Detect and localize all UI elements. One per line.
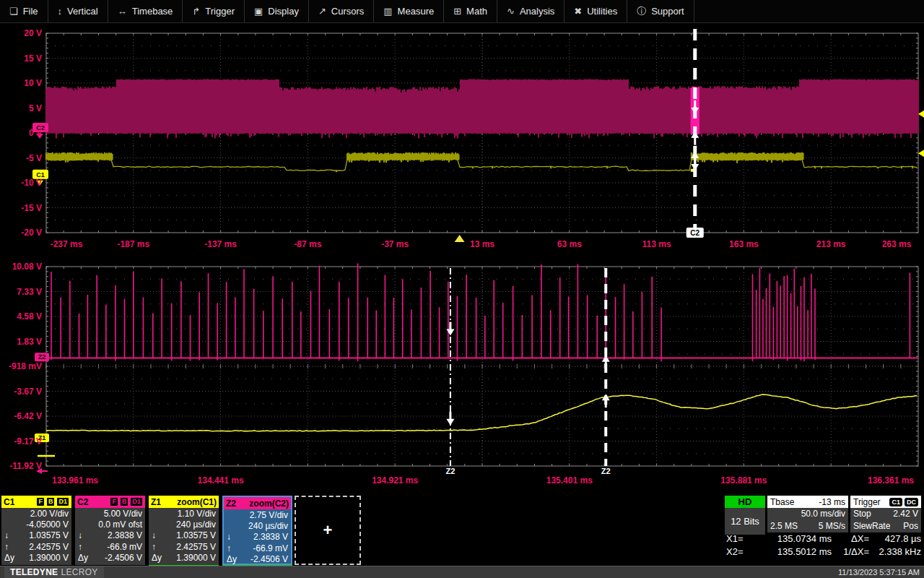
trace-name: C1 bbox=[4, 497, 14, 507]
hd-mode-box[interactable]: HD 12 Bits bbox=[725, 496, 765, 535]
row-symbol: ↑ bbox=[227, 543, 238, 553]
row-value: -66.9 mV bbox=[238, 543, 288, 553]
main-xtick: -187 ms bbox=[101, 239, 166, 249]
zoom-ytick: -6.42 V bbox=[0, 411, 42, 421]
row-value: 1.03575 V bbox=[16, 530, 69, 540]
zoom-xtick: 136.361 ms bbox=[858, 475, 923, 486]
main-xtick: -137 ms bbox=[188, 239, 253, 249]
row-value: 2.3838 V bbox=[238, 532, 288, 542]
main-ytick: -15 V bbox=[0, 203, 42, 213]
trigger-mode: Stop bbox=[853, 508, 871, 520]
zoom-source: zoom(C2) bbox=[249, 499, 289, 509]
row-symbol: ↓ bbox=[4, 530, 16, 540]
trace-name: Z1 bbox=[151, 497, 161, 507]
trigger-label: Trigger bbox=[853, 497, 881, 507]
trigger-box[interactable]: Trigger C1 DC Stop 2.42 V SlewRate Pos bbox=[850, 496, 921, 532]
zoom-ytick: 10.08 V bbox=[0, 262, 42, 272]
main-ytick: 10 V bbox=[0, 78, 42, 88]
row-value: 2.42575 V bbox=[16, 542, 69, 552]
main-xtick: 63 ms bbox=[537, 239, 602, 249]
status-bar: TELEDYNE LECROY 11/13/2023 5:37:15 AM bbox=[0, 566, 924, 578]
z2-waveform bbox=[46, 263, 918, 361]
zoom-ytick: -918 mV bbox=[0, 361, 42, 371]
trace-level-arrow[interactable] bbox=[918, 150, 924, 157]
invdx-label: 1/ΔX= bbox=[832, 545, 869, 558]
main-ytick: -10 V bbox=[0, 178, 42, 188]
row-value: 2.00 V/div bbox=[16, 509, 69, 519]
brand-logo: TELEDYNE LECROY bbox=[4, 566, 104, 578]
oscilloscope-screen: ❏File↕Vertical↔Timebase↱Trigger▣Display↗… bbox=[0, 0, 924, 578]
row-symbol: Δy bbox=[78, 553, 90, 563]
main-ytick: -20 V bbox=[0, 228, 42, 238]
tbase-label: Tbase bbox=[770, 497, 794, 507]
tbase-memory: 2.5 MS bbox=[770, 520, 798, 532]
x1-cursor[interactable]: Z2 bbox=[445, 268, 455, 475]
zoom-xtick: 135.401 ms bbox=[537, 475, 602, 486]
trace-level-arrow[interactable] bbox=[918, 111, 924, 118]
tbase-delay: -13 ms bbox=[819, 497, 845, 507]
invdx-value: 2.338 kHz bbox=[869, 545, 921, 558]
x1-label: X1= bbox=[726, 532, 752, 545]
main-xtick: -87 ms bbox=[275, 239, 340, 249]
descriptor-c1[interactable]: C1FBD12.00 V/div-4.05000 V↓1.03575 V↑2.4… bbox=[1, 496, 71, 565]
add-trace-box[interactable]: + bbox=[295, 496, 361, 565]
hd-bits: 12 Bits bbox=[725, 508, 765, 535]
row-value: 0.0 mV ofst bbox=[90, 519, 142, 530]
main-xtick: 113 ms bbox=[624, 239, 689, 249]
row-value: 1.39000 V bbox=[16, 553, 69, 563]
main-xtick: 13 ms bbox=[450, 239, 515, 249]
zoom-ytick: -3.67 V bbox=[0, 387, 42, 397]
row-symbol: ↓ bbox=[227, 532, 238, 542]
tbase-scale: 50.0 ms/div bbox=[801, 508, 845, 520]
row-symbol: ↑ bbox=[152, 542, 163, 552]
z1-waveform bbox=[46, 394, 917, 431]
trigger-source-badge: C1 bbox=[889, 498, 902, 506]
badge-b: B bbox=[120, 497, 129, 506]
row-symbol: ↑ bbox=[4, 542, 16, 552]
row-value: 240 µs/div bbox=[163, 519, 216, 530]
zoom-ytick: -11.92 V bbox=[0, 461, 42, 471]
row-value: 2.42575 V bbox=[163, 542, 216, 552]
badge-d1: D1 bbox=[56, 497, 69, 506]
svg-text:Z2: Z2 bbox=[38, 353, 46, 361]
cursor-readout: X1= 135.0734 ms ΔX= 427.8 µs X2= 135.501… bbox=[726, 532, 921, 558]
main-xtick: -237 ms bbox=[34, 239, 99, 249]
row-symbol: Δy bbox=[227, 554, 238, 564]
row-symbol: ↓ bbox=[78, 530, 90, 540]
zoom-xtick: 135.881 ms bbox=[711, 475, 776, 486]
descriptor-c2[interactable]: C2FBD15.00 V/div0.0 mV ofst↓2.3838 V↑-66… bbox=[75, 496, 145, 565]
badge-f: F bbox=[110, 497, 118, 506]
scope-display[interactable]: C2C2C1Z2Z2Z2Z1 bbox=[0, 0, 924, 578]
zoom-xtick: 134.921 ms bbox=[362, 475, 427, 486]
zoom-xtick: 134.441 ms bbox=[188, 475, 253, 486]
main-ytick: 15 V bbox=[0, 53, 42, 64]
main-ytick: -5 V bbox=[0, 153, 42, 163]
row-value: 2.75 V/div bbox=[238, 510, 288, 520]
timebase-box[interactable]: Tbase -13 ms 50.0 ms/div 2.5 MS 5 MS/s bbox=[767, 496, 848, 532]
trigger-level: 2.42 V bbox=[893, 508, 918, 520]
c2-waveform bbox=[46, 79, 918, 139]
svg-text:Z2: Z2 bbox=[445, 467, 455, 475]
row-value: -2.4506 V bbox=[90, 553, 142, 563]
c1-waveform bbox=[46, 152, 917, 172]
trigger-type: SlewRate bbox=[853, 520, 890, 532]
descriptor-z1[interactable]: Z1zoom(C1)1.10 V/div240 µs/div↓1.03575 V… bbox=[149, 496, 219, 565]
zoom-ytick: 1.83 V bbox=[0, 337, 42, 347]
main-xtick: 263 ms bbox=[864, 239, 924, 249]
row-value: -66.9 mV bbox=[90, 542, 142, 552]
row-value: 5.00 V/div bbox=[90, 509, 142, 519]
zoom-ytick: 7.33 V bbox=[0, 287, 42, 297]
badge-b: B bbox=[46, 497, 56, 506]
descriptor-z2[interactable]: Z2zoom(C2)2.75 V/div240 µs/div↓2.3838 V↑… bbox=[222, 496, 292, 565]
trigger-coupling-badge: DC bbox=[905, 498, 918, 506]
plus-icon: + bbox=[323, 521, 333, 540]
main-ytick: 5 V bbox=[0, 103, 42, 113]
dx-label: ΔX= bbox=[832, 532, 869, 545]
datetime: 11/13/2023 5:37:15 AM bbox=[838, 568, 920, 577]
row-symbol: Δy bbox=[152, 553, 163, 563]
svg-text:Z2: Z2 bbox=[601, 467, 611, 475]
zoom-ytick: -9.17 V bbox=[0, 436, 42, 447]
dx-value: 427.8 µs bbox=[869, 532, 921, 545]
svg-text:C2: C2 bbox=[690, 229, 699, 237]
badge-d1: D1 bbox=[130, 497, 143, 506]
